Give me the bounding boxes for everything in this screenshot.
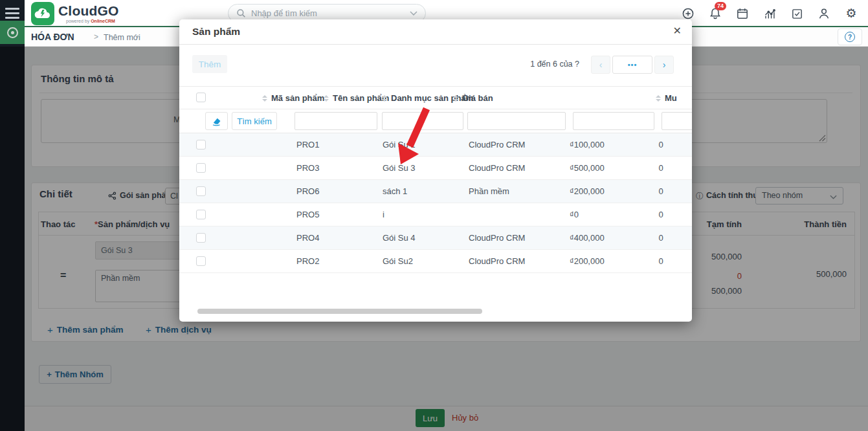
search-input[interactable] <box>251 8 405 18</box>
cell-product-price: ₫0 <box>570 210 579 219</box>
plus-circle-icon[interactable] <box>682 7 695 20</box>
cell-product-code: PRO3 <box>296 163 319 173</box>
sort-icon <box>262 95 267 102</box>
row-checkbox[interactable] <box>196 140 206 149</box>
column-header-label: Mu <box>665 93 677 103</box>
pagination-more-button[interactable]: ••• <box>612 56 652 74</box>
cell-product-code: PRO4 <box>296 233 319 243</box>
column-header[interactable]: Mã sản phẩm <box>262 93 324 103</box>
cell-product-name: Gói Su 3 <box>383 163 416 173</box>
app-window: CloudGO powered by OnlineCRM 74 <box>0 0 868 431</box>
table-row[interactable]: PRO3Gói Su 3CloudPro CRM₫500,0000 <box>179 157 692 180</box>
row-checkbox[interactable] <box>196 186 206 196</box>
cell-product-name: Gói Su 4 <box>383 233 416 243</box>
logo-sub-brand: OnlineCRM <box>91 19 115 23</box>
horizontal-scrollbar[interactable] <box>197 309 482 314</box>
filter-input-4[interactable] <box>662 112 692 130</box>
sidebar-item-active[interactable] <box>0 21 25 44</box>
cell-product-price: ₫400,000 <box>570 233 605 243</box>
pagination-summary: 1 đến 6 của ? <box>530 60 579 69</box>
cell-product-code: PRO6 <box>296 186 319 196</box>
cell-product-code: PRO1 <box>296 140 319 149</box>
analytics-icon[interactable] <box>763 7 776 20</box>
chevron-down-icon[interactable] <box>410 11 417 16</box>
logo-text: CloudGO <box>58 3 119 19</box>
cell-product-qty: 0 <box>656 140 666 149</box>
column-header-label: Tên sản phẩm <box>333 93 389 103</box>
divider <box>179 44 692 45</box>
sort-icon <box>382 95 387 102</box>
hamburger-menu-icon[interactable] <box>5 8 19 19</box>
filter-input-3[interactable] <box>573 112 654 130</box>
clear-filter-button[interactable] <box>205 112 228 130</box>
sort-icon <box>453 95 458 102</box>
product-table-body: PRO1Gói Su 1CloudPro CRM₫100,0000PRO3Gói… <box>179 133 692 273</box>
pagination-next-button[interactable]: › <box>654 56 674 74</box>
gear-icon[interactable]: ⚙ <box>845 7 858 20</box>
cell-product-category: CloudPro CRM <box>469 233 525 243</box>
breadcrumb-page: Thêm mới <box>104 33 140 42</box>
cell-product-name: Gói Su 1 <box>383 140 416 149</box>
cell-product-category: CloudPro CRM <box>469 163 525 173</box>
row-checkbox[interactable] <box>196 210 206 219</box>
row-checkbox[interactable] <box>196 256 206 266</box>
cell-product-qty: 0 <box>656 163 666 173</box>
cell-product-price: ₫200,000 <box>570 256 605 266</box>
column-header-label: Mã sản phẩm <box>271 93 324 103</box>
cell-product-qty: 0 <box>656 233 666 243</box>
close-icon[interactable]: ✕ <box>673 25 682 37</box>
user-icon[interactable] <box>818 7 830 20</box>
modal-add-button[interactable]: Thêm <box>192 55 227 73</box>
notification-badge: 74 <box>715 2 726 10</box>
column-header-label: Giá bán <box>462 93 493 103</box>
sort-icon <box>656 95 661 102</box>
table-row[interactable]: PRO2Gói Su2CloudPro CRM₫200,0000 <box>179 250 692 273</box>
column-header[interactable]: Tên sản phẩm <box>324 93 389 103</box>
tasks-icon[interactable] <box>790 7 803 20</box>
calendar-icon[interactable] <box>736 7 749 20</box>
column-header[interactable]: Giá bán <box>453 93 493 103</box>
breadcrumb-separator: > <box>94 32 98 41</box>
table-row[interactable]: PRO4Gói Su 4CloudPro CRM₫400,0000 <box>179 227 692 250</box>
filter-input-1[interactable] <box>382 112 463 130</box>
cloudgo-logo-icon[interactable] <box>31 2 54 25</box>
table-row[interactable]: PRO1Gói Su 1CloudPro CRM₫100,0000 <box>179 133 692 157</box>
cell-product-category: CloudPro CRM <box>469 140 525 149</box>
column-header[interactable]: Mu <box>656 93 677 103</box>
row-checkbox[interactable] <box>196 163 206 173</box>
pagination: ‹ ••• › <box>591 56 674 74</box>
cell-product-qty: 0 <box>656 186 666 196</box>
help-button[interactable]: ? <box>838 28 862 45</box>
product-table-header: Mã sản phẩmTên sản phẩmDanh mục sản phẩm… <box>179 86 692 109</box>
cell-product-price: ₫100,000 <box>570 140 605 149</box>
cell-product-code: PRO2 <box>296 256 319 266</box>
bell-icon[interactable]: 74 <box>709 7 722 20</box>
cell-product-price: ₫500,000 <box>570 163 605 173</box>
sort-icon <box>324 95 329 102</box>
row-checkbox[interactable] <box>196 233 206 243</box>
eraser-icon <box>211 116 222 127</box>
cell-product-name: Gói Su2 <box>383 256 413 266</box>
table-row[interactable]: PRO5i₫00 <box>179 203 692 227</box>
topbar-icons: 74 ⚙ <box>682 0 858 27</box>
logo-subtitle: powered by OnlineCRM <box>66 19 115 23</box>
cell-product-name: sách 1 <box>383 186 407 196</box>
cell-product-price: ₫200,000 <box>570 186 605 196</box>
search-icon <box>236 8 246 18</box>
modal-title: Sản phẩm <box>192 26 240 38</box>
select-all-checkbox[interactable] <box>196 93 206 102</box>
table-row[interactable]: PRO6sách 1Phần mềm₫200,0000 <box>179 180 692 203</box>
cell-product-code: PRO5 <box>296 210 319 219</box>
cell-product-qty: 0 <box>656 256 666 266</box>
cell-product-name: i <box>383 210 384 219</box>
search-filter-button[interactable]: Tìm kiếm <box>232 112 277 130</box>
product-modal: Sản phẩm ✕ Thêm 1 đến 6 của ? ‹ ••• › Mã… <box>179 19 692 322</box>
filter-input-0[interactable] <box>295 112 377 130</box>
filter-row: Tìm kiếm <box>179 109 692 133</box>
cell-product-category: CloudPro CRM <box>469 256 525 266</box>
help-icon: ? <box>845 32 855 42</box>
pagination-prev-button[interactable]: ‹ <box>591 56 610 74</box>
breadcrumb-section[interactable]: HÓA ĐƠN <box>31 32 74 42</box>
target-icon <box>7 27 18 38</box>
filter-input-2[interactable] <box>467 112 566 130</box>
